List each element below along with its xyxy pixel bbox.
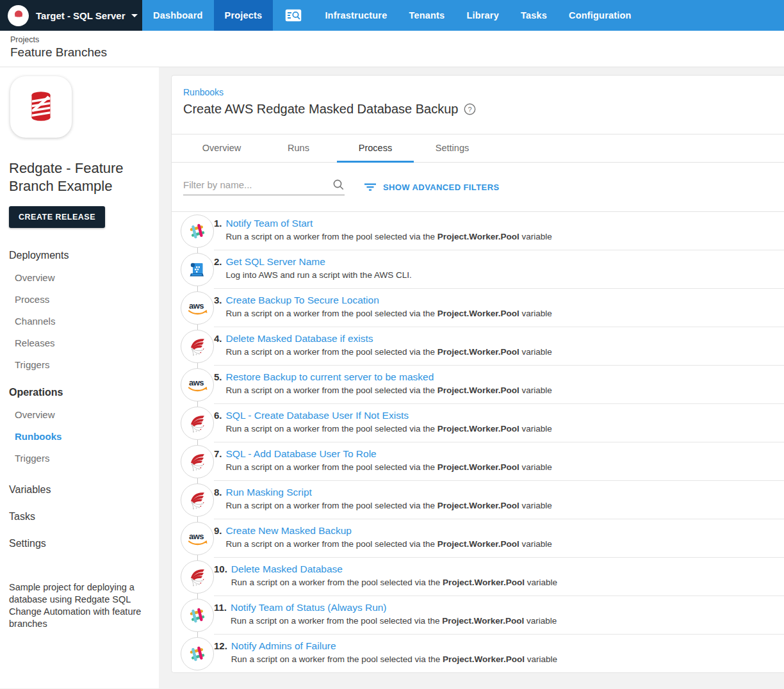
process-step-row: 12. Notify Admins of Failure Run a scrip… bbox=[172, 635, 784, 673]
step-title-link[interactable]: SQL - Create Database User If Not Exists bbox=[226, 410, 784, 421]
sidebar-item-operations-triggers[interactable]: Triggers bbox=[15, 453, 149, 464]
tab-runs[interactable]: Runs bbox=[260, 134, 337, 162]
sidebar-item-operations-overview[interactable]: Overview bbox=[15, 409, 149, 420]
sqlserver-icon bbox=[181, 330, 214, 363]
sidebar-item-operations-runbooks[interactable]: Runbooks bbox=[15, 431, 149, 442]
process-step-row: 6. SQL - Create Database User If Not Exi… bbox=[172, 404, 784, 442]
space-switcher[interactable]: Target - SQL Server bbox=[0, 0, 142, 31]
sidebar-item-tasks[interactable]: Tasks bbox=[9, 511, 149, 523]
sidebar-item-deployments-releases[interactable]: Releases bbox=[15, 337, 149, 348]
sidebar-item-deployments-channels[interactable]: Channels bbox=[15, 316, 149, 327]
svg-text:aws: aws bbox=[189, 301, 204, 311]
step-description: Run a script on a worker from the pool s… bbox=[226, 501, 784, 510]
tab-settings[interactable]: Settings bbox=[414, 134, 491, 162]
sidebar-item-deployments-overview[interactable]: Overview bbox=[15, 272, 149, 283]
redgate-project-logo bbox=[10, 76, 72, 138]
process-steps-list: 1. Notify Team of Start Run a script on … bbox=[172, 212, 784, 673]
process-step-row: 11. Notify Team of Status (Always Run) R… bbox=[172, 596, 784, 635]
step-number: 10. bbox=[214, 563, 227, 575]
step-content: 11. Notify Team of Status (Always Run) R… bbox=[214, 596, 784, 635]
step-desc-bold: Project.Worker.Pool bbox=[443, 654, 525, 664]
step-description: Run a script on a worker from the pool s… bbox=[226, 385, 784, 395]
step-desc-pre: Run a script on a worker from the pool s… bbox=[226, 501, 437, 510]
help-icon[interactable]: ? bbox=[464, 103, 476, 115]
step-title-link[interactable]: SQL - Add Database User To Role bbox=[226, 448, 784, 460]
step-number: 12. bbox=[214, 640, 227, 652]
sidebar-item-variables[interactable]: Variables bbox=[9, 484, 149, 496]
step-title-link[interactable]: Notify Team of Start bbox=[226, 218, 784, 229]
project-description: Sample project for deploying a database … bbox=[9, 581, 149, 630]
svg-text:aws: aws bbox=[189, 378, 204, 387]
nav-item-tasks[interactable]: Tasks bbox=[510, 0, 558, 31]
nav-item-projects[interactable]: Projects bbox=[214, 0, 274, 31]
octopus-logo-icon bbox=[8, 5, 29, 26]
step-title-link[interactable]: Get SQL Server Name bbox=[226, 256, 784, 268]
nav-search-button[interactable] bbox=[273, 0, 314, 31]
step-title-link[interactable]: Create Backup To Secure Location bbox=[226, 295, 784, 306]
step-number: 5. bbox=[214, 371, 222, 383]
step-description: Run a script on a worker from the pool s… bbox=[231, 616, 784, 626]
step-content: 12. Notify Admins of Failure Run a scrip… bbox=[214, 635, 784, 673]
show-advanced-filters-button[interactable]: SHOW ADVANCED FILTERS bbox=[364, 182, 500, 192]
step-title-link[interactable]: Run Masking Script bbox=[226, 487, 784, 498]
sqlserver-icon bbox=[181, 445, 214, 478]
step-description: Run a script on a worker from the pool s… bbox=[226, 424, 784, 434]
step-number: 7. bbox=[214, 448, 222, 460]
sidebar-item-deployments-process[interactable]: Process bbox=[15, 294, 149, 305]
step-content: 7. SQL - Add Database User To Role Run a… bbox=[214, 442, 784, 481]
breadcrumb-projects-link[interactable]: Projects bbox=[10, 35, 774, 44]
step-icon-column bbox=[172, 327, 214, 366]
step-desc-bold: Project.Worker.Pool bbox=[437, 501, 519, 510]
step-icon-column: aws bbox=[172, 366, 214, 404]
step-description: Run a script on a worker from the pool s… bbox=[226, 347, 784, 357]
tab-overview[interactable]: Overview bbox=[183, 134, 260, 162]
filter-lines-icon bbox=[364, 182, 377, 191]
svg-text:?: ? bbox=[468, 106, 471, 113]
step-desc-bold: Project.Worker.Pool bbox=[437, 347, 519, 357]
step-icon-column bbox=[172, 250, 214, 289]
step-desc-post: variable bbox=[519, 309, 552, 318]
runbook-card: Runbooks Create AWS Redgate Masked Datab… bbox=[171, 75, 784, 673]
step-title-link[interactable]: Notify Admins of Failure bbox=[231, 640, 784, 652]
process-step-row: 1. Notify Team of Start Run a script on … bbox=[172, 212, 784, 250]
sqlserver-icon bbox=[181, 407, 214, 440]
runbook-title: Create AWS Redgate Masked Database Backu… bbox=[183, 102, 459, 117]
project-sidebar: Redgate - Feature Branch Example CREATE … bbox=[0, 67, 159, 688]
nav-item-configuration[interactable]: Configuration bbox=[558, 0, 642, 31]
nav-item-infrastructure[interactable]: Infrastructure bbox=[314, 0, 398, 31]
sidebar-item-deployments-triggers[interactable]: Triggers bbox=[15, 359, 149, 370]
sidebar-item-settings[interactable]: Settings bbox=[9, 538, 149, 549]
step-number: 1. bbox=[214, 218, 222, 229]
step-title-link[interactable]: Delete Masked Database bbox=[231, 563, 784, 575]
step-icon-column bbox=[172, 481, 214, 519]
show-advanced-filters-label: SHOW ADVANCED FILTERS bbox=[383, 182, 500, 192]
nav-item-library[interactable]: Library bbox=[455, 0, 510, 31]
step-title-link[interactable]: Create New Masked Backup bbox=[226, 525, 784, 537]
runbooks-breadcrumb-link[interactable]: Runbooks bbox=[183, 87, 772, 97]
step-title-link[interactable]: Notify Team of Status (Always Run) bbox=[231, 602, 784, 613]
step-number: 8. bbox=[214, 487, 222, 498]
step-title-link[interactable]: Restore Backup to current server to be m… bbox=[226, 371, 784, 383]
step-title-link[interactable]: Delete Masked Database if exists bbox=[226, 333, 784, 344]
step-description: Run a script on a worker from the pool s… bbox=[231, 578, 784, 587]
filter-by-name-input[interactable] bbox=[183, 179, 332, 190]
nav-item-tenants[interactable]: Tenants bbox=[398, 0, 455, 31]
nav-item-dashboard[interactable]: Dashboard bbox=[142, 0, 214, 31]
process-step-row: 4. Delete Masked Database if exists Run … bbox=[172, 327, 784, 366]
step-desc-post: variable bbox=[525, 578, 557, 587]
step-number: 2. bbox=[214, 256, 222, 268]
create-release-button[interactable]: CREATE RELEASE bbox=[9, 206, 105, 228]
step-desc-pre: Run a script on a worker from the pool s… bbox=[231, 616, 442, 626]
svg-text:aws: aws bbox=[189, 531, 204, 541]
tab-process[interactable]: Process bbox=[337, 134, 414, 162]
step-desc-post: variable bbox=[519, 501, 552, 510]
step-desc-pre: Run a script on a worker from the pool s… bbox=[226, 462, 437, 472]
step-desc-bold: Project.Worker.Pool bbox=[443, 578, 525, 587]
step-desc-pre: Run a script on a worker from the pool s… bbox=[226, 309, 437, 318]
step-content: 6. SQL - Create Database User If Not Exi… bbox=[214, 404, 784, 442]
step-desc-bold: Project.Worker.Pool bbox=[437, 385, 519, 395]
step-desc-bold: Project.Worker.Pool bbox=[437, 309, 519, 318]
slack-icon bbox=[181, 637, 214, 670]
step-description: Run a script on a worker from the pool s… bbox=[226, 462, 784, 472]
sidebar-section-operations: Operations bbox=[9, 387, 149, 398]
